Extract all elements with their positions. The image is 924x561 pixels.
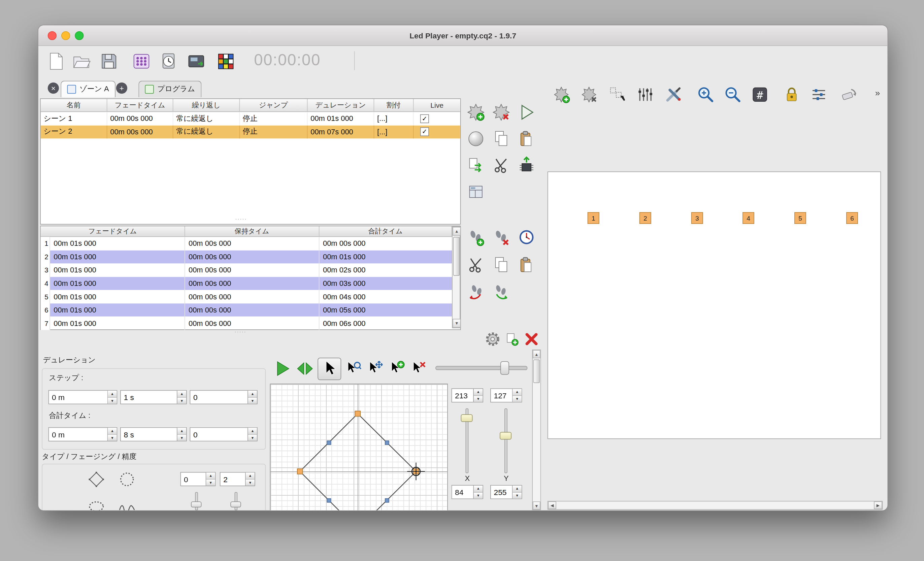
copy-scene-button[interactable]	[492, 129, 511, 148]
rotate-eraser-button[interactable]	[837, 85, 860, 104]
shape-circle-button[interactable]	[117, 470, 137, 489]
upload-chip-button[interactable]	[517, 156, 536, 175]
device-transfer-button[interactable]	[185, 50, 208, 73]
spin-down-button[interactable]: ▼	[108, 398, 117, 404]
render-sphere-button[interactable]	[466, 129, 486, 148]
rubik-cube-button[interactable]	[214, 50, 237, 73]
spin-down-button[interactable]: ▼	[248, 398, 257, 404]
scroll-up-arrow[interactable]: ▲	[453, 227, 461, 236]
scene-row[interactable]: シーン 1 00m 00s 000 常に繰返し 停止 00m 01s 000 […	[41, 112, 460, 125]
fixture-canvas[interactable]: 1 2 3 4 5 6	[548, 171, 881, 439]
zoom-slider[interactable]	[435, 366, 527, 370]
col-header-step-total[interactable]: 合計タイム	[320, 226, 452, 236]
col-header-step-hold[interactable]: 保持タイム	[185, 226, 320, 236]
tab-zone-a[interactable]: ゾーン A	[61, 81, 116, 98]
add-item-button[interactable]	[504, 332, 519, 346]
precision-slider-handle[interactable]	[230, 501, 241, 507]
step-row[interactable]: 1 00m 01s 000 00m 00s 000 00m 00s 000	[41, 237, 460, 250]
patch-sliders-button[interactable]	[809, 85, 829, 104]
step-millis-spinner[interactable]: 0 ▲▼	[190, 390, 258, 404]
paste-step-button[interactable]	[517, 255, 536, 275]
spin-up-button[interactable]: ▲	[108, 391, 117, 398]
y-slider-track[interactable]	[504, 408, 507, 474]
step-row[interactable]: 7 00m 01s 000 00m 00s 000 00m 06s 000	[41, 316, 460, 330]
open-file-button[interactable]	[70, 50, 93, 73]
new-file-button[interactable]	[45, 50, 68, 73]
cut-step-button[interactable]	[466, 255, 486, 275]
col-header-fade[interactable]: フェードタイム	[107, 99, 173, 111]
col-header-jump[interactable]: ジャンプ	[240, 99, 308, 111]
live-checkbox[interactable]	[420, 114, 429, 123]
spin-down-button[interactable]: ▼	[513, 492, 522, 498]
live-checkbox[interactable]	[420, 127, 429, 136]
cursor-zoom-button[interactable]	[343, 359, 363, 378]
cursor-move-button[interactable]	[364, 359, 384, 378]
clipboard-clock-button[interactable]	[157, 50, 180, 73]
spin-up-button[interactable]: ▲	[513, 486, 522, 492]
curve-canvas[interactable]	[270, 384, 448, 511]
col-header-name[interactable]: 名前	[41, 99, 107, 111]
shape-wave-button[interactable]	[117, 496, 137, 511]
spin-down-button[interactable]: ▼	[206, 480, 215, 486]
scroll-right-arrow[interactable]: ▶	[874, 501, 882, 509]
delete-step-button[interactable]	[492, 228, 511, 247]
spin-down-button[interactable]: ▼	[513, 396, 522, 402]
col-header-step-fade[interactable]: フェードタイム	[41, 226, 185, 236]
spin-up-button[interactable]: ▲	[513, 389, 522, 396]
play-scene-button[interactable]	[517, 103, 536, 122]
step-table-scrollbar[interactable]: ▲ ▼	[452, 226, 460, 328]
add-step-button[interactable]	[466, 228, 486, 247]
step-row[interactable]: 5 00m 01s 000 00m 00s 000 00m 04s 000	[41, 290, 460, 303]
scroll-down-arrow[interactable]: ▼	[533, 501, 540, 510]
spin-down-button[interactable]: ▼	[474, 492, 483, 498]
col-header-repeat[interactable]: 繰り返し	[173, 99, 240, 111]
spin-up-button[interactable]: ▲	[177, 391, 186, 398]
spin-up-button[interactable]: ▲	[248, 428, 257, 435]
led-matrix-button[interactable]	[130, 50, 153, 73]
y-position-spinner[interactable]: 127 ▲▼	[490, 388, 522, 402]
step-minutes-spinner[interactable]: 0 m ▲▼	[48, 390, 117, 404]
settings-gear-button[interactable]	[484, 331, 501, 347]
step-row[interactable]: 3 00m 01s 000 00m 00s 000 00m 02s 000	[41, 263, 460, 276]
fixture[interactable]: 6	[846, 212, 858, 224]
select-path-button[interactable]	[608, 85, 627, 104]
spin-up-button[interactable]: ▲	[177, 428, 186, 435]
y-slider-handle[interactable]	[500, 432, 512, 440]
phasing-spinner[interactable]: 0 ▲▼	[180, 472, 216, 486]
scroll-thumb[interactable]	[533, 360, 540, 383]
layout-tiles-button[interactable]	[466, 182, 486, 202]
fixture[interactable]: 3	[692, 212, 703, 224]
add-zone-button[interactable]: +	[116, 82, 127, 94]
delete-item-button[interactable]	[523, 331, 540, 347]
scroll-up-arrow[interactable]: ▲	[533, 350, 540, 358]
shift-step-back-button[interactable]	[466, 282, 486, 302]
x-position-spinner[interactable]: 213 ▲▼	[452, 388, 483, 402]
col-header-live[interactable]: Live	[414, 99, 460, 111]
y-value-spinner[interactable]: 255 ▲▼	[490, 485, 522, 499]
splitter-handle[interactable]: ·····	[235, 331, 246, 333]
col-header-duration[interactable]: デュレーション	[308, 99, 375, 111]
spin-up-button[interactable]: ▲	[206, 473, 215, 480]
spin-up-button[interactable]: ▲	[474, 389, 483, 396]
scroll-thumb[interactable]	[453, 237, 460, 276]
cut-scene-button[interactable]	[492, 156, 511, 175]
spin-down-button[interactable]: ▼	[246, 480, 255, 486]
x-slider-handle[interactable]	[461, 414, 473, 422]
spin-down-button[interactable]: ▼	[177, 398, 186, 404]
fixture[interactable]: 5	[794, 212, 806, 224]
export-scene-button[interactable]	[466, 156, 486, 175]
toolbar-overflow-chevron[interactable]: »	[875, 88, 880, 98]
save-file-button[interactable]	[98, 50, 120, 73]
scene-assign[interactable]: [...]	[374, 112, 414, 125]
scene-row-selected[interactable]: シーン 2 00m 00s 000 常に繰返し 停止 00m 07s 000 […	[41, 125, 460, 138]
tab-program[interactable]: プログラム	[138, 81, 201, 98]
copy-step-button[interactable]	[492, 255, 511, 275]
splitter-handle[interactable]: ·····	[235, 218, 247, 220]
tools-button[interactable]	[662, 85, 684, 104]
fixture[interactable]: 1	[588, 212, 599, 224]
spin-up-button[interactable]: ▲	[248, 391, 257, 398]
add-fixture-button[interactable]	[552, 85, 571, 104]
paste-scene-button[interactable]	[517, 129, 536, 148]
shape-diamond-button[interactable]	[87, 470, 106, 489]
channel-faders-button[interactable]	[635, 85, 655, 104]
